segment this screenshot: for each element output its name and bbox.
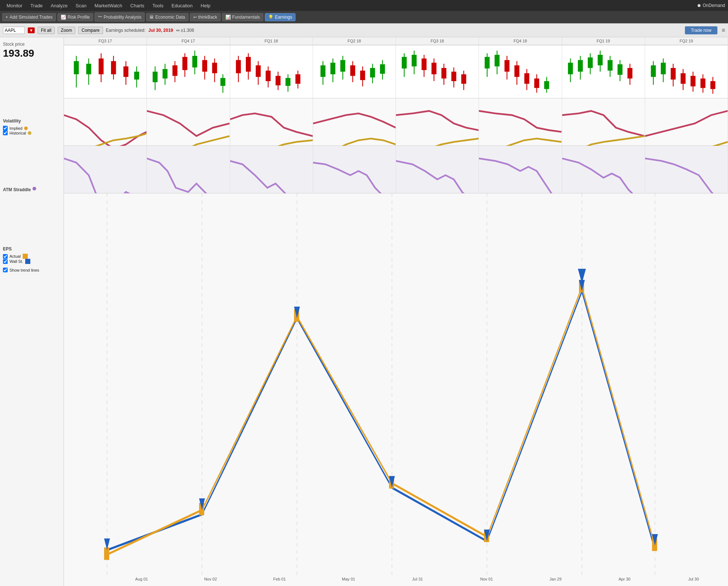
nav-scan[interactable]: Scan <box>72 1 90 10</box>
candle-cell-3 <box>230 45 313 98</box>
col-header-fq3-17: FQ3 17 <box>64 37 147 45</box>
svg-rect-67 <box>451 72 457 81</box>
actual-checkbox[interactable]: Actual <box>3 254 61 259</box>
svg-rect-7 <box>111 61 116 74</box>
svg-rect-19 <box>183 57 188 70</box>
svg-rect-95 <box>617 64 622 75</box>
svg-rect-9 <box>123 67 129 77</box>
wall-check[interactable] <box>3 259 8 264</box>
svg-rect-47 <box>340 60 345 72</box>
add-icon: + <box>5 15 8 20</box>
svg-rect-23 <box>202 60 207 72</box>
zoom-button[interactable]: Zoom <box>58 27 76 34</box>
trend-text: Show trend lines <box>9 268 39 272</box>
candle-cell-6 <box>479 45 562 98</box>
svg-rect-73 <box>495 55 500 67</box>
implied-checkbox[interactable]: Implied <box>3 126 61 131</box>
ondemand-button[interactable]: ⏺ OnDemand <box>697 3 725 8</box>
fundamentals-label: Fundamentals <box>232 15 260 20</box>
eps-label: EPS <box>3 246 61 252</box>
candle-cell-7 <box>562 45 645 98</box>
symbol-dropdown[interactable]: ▼ <box>28 27 35 33</box>
earnings-date-value: Jul 30, 2019 <box>148 28 173 33</box>
col-header-fq4-18: FQ4 18 <box>479 37 562 45</box>
svg-rect-61 <box>422 58 427 70</box>
symbol-bar: ▼ Fit all Zoom Compare Earnings schedule… <box>0 23 728 37</box>
add-simulated-trades-button[interactable]: + Add Simulated Trades <box>2 13 56 21</box>
x-axis-labels: Aug 01 Nov 02 Feb 01 May 01 Jul 31 Nov 0… <box>64 577 728 586</box>
x-label-jul30: Jul 30 <box>659 577 728 586</box>
svg-rect-87 <box>578 60 583 72</box>
col-header-fq4-17: FQ4 17 <box>147 37 230 45</box>
svg-rect-65 <box>441 68 446 79</box>
risk-profile-button[interactable]: 📈 Risk Profile <box>57 13 93 21</box>
step-icon: ⇔ <box>176 28 180 33</box>
x-label-jan29: Jan 29 <box>521 577 590 586</box>
column-headers: FQ3 17 FQ4 17 FQ1 18 FQ2 18 FQ3 18 FQ4 1… <box>64 37 728 45</box>
svg-rect-111 <box>710 81 715 89</box>
x-label-aug01: Aug 01 <box>107 577 176 586</box>
implied-check[interactable] <box>3 126 8 131</box>
top-navigation: Monitor Trade Analyze Scan MarketWatch C… <box>0 0 728 11</box>
historical-text: Historical <box>9 131 26 135</box>
nav-charts[interactable]: Charts <box>127 1 148 10</box>
nav-help[interactable]: Help <box>197 1 214 10</box>
compare-button[interactable]: Compare <box>78 27 103 34</box>
trend-check[interactable] <box>3 268 8 272</box>
fundamentals-button[interactable]: 📊 Fundamentals <box>222 13 263 21</box>
thinkback-icon: ↩ <box>193 15 197 20</box>
trade-now-button[interactable]: Trade now <box>685 26 717 34</box>
svg-rect-85 <box>568 63 573 75</box>
svg-rect-3 <box>86 64 91 74</box>
candle-cell-5 <box>396 45 479 98</box>
candle-cell-4 <box>313 45 396 98</box>
stock-price-label: Stock price <box>3 42 61 47</box>
step-value: ±1.306 <box>181 28 194 33</box>
wall-text: Wall St. <box>9 259 23 264</box>
atm-label: ATM Straddle <box>3 187 31 192</box>
nav-tools[interactable]: Tools <box>149 1 167 10</box>
chart-icon: 📈 <box>61 15 66 20</box>
nav-analyze[interactable]: Analyze <box>47 1 71 10</box>
svg-rect-49 <box>350 65 355 76</box>
svg-rect-37 <box>275 76 281 86</box>
earnings-scheduled-label: Earnings scheduled: <box>106 28 146 33</box>
stock-price-value: 193.89 <box>3 48 61 59</box>
historical-checkbox[interactable]: Historical <box>3 131 61 135</box>
historical-check[interactable] <box>3 131 8 135</box>
svg-rect-11 <box>134 72 139 80</box>
x-label-feb01: Feb 01 <box>245 577 314 586</box>
svg-rect-97 <box>627 68 632 79</box>
x-label-nov02: Nov 02 <box>176 577 245 586</box>
earnings-button[interactable]: 💡 Earnings <box>265 13 296 21</box>
svg-rect-13 <box>153 72 158 82</box>
nav-education[interactable]: Education <box>168 1 196 10</box>
nav-monitor[interactable]: Monitor <box>3 1 26 10</box>
eps-section-left: EPS Actual Wall St. Show trend lines <box>3 242 61 272</box>
chart-area: FQ3 17 FQ4 17 FQ1 18 FQ2 18 FQ3 18 FQ4 1… <box>64 37 728 586</box>
nav-trade[interactable]: Trade <box>27 1 46 10</box>
economic-data-button[interactable]: 🏛 Economic Data <box>146 13 188 21</box>
svg-rect-45 <box>330 63 335 75</box>
candle-cell-2 <box>147 45 230 98</box>
probability-analysis-button[interactable]: 〜 Probability Analysis <box>95 12 145 22</box>
actual-check[interactable] <box>3 254 8 259</box>
fundamentals-icon: 📊 <box>225 15 231 20</box>
actual-square <box>23 254 28 259</box>
nav-marketwatch[interactable]: MarketWatch <box>91 1 126 10</box>
svg-rect-71 <box>485 57 490 69</box>
svg-rect-39 <box>285 78 290 86</box>
menu-icon[interactable]: ≡ <box>722 27 725 34</box>
trend-checkbox[interactable]: Show trend lines <box>3 268 61 272</box>
historical-dot <box>28 131 31 135</box>
svg-rect-107 <box>690 76 695 87</box>
risk-profile-label: Risk Profile <box>68 15 90 20</box>
x-label-apr30: Apr 30 <box>590 577 659 586</box>
symbol-input[interactable] <box>3 27 25 34</box>
candle-cell-1 <box>64 45 147 98</box>
svg-rect-75 <box>504 60 510 72</box>
fit-all-button[interactable]: Fit all <box>38 27 55 34</box>
thinkback-button[interactable]: ↩ thinkBack <box>190 13 221 21</box>
wall-checkbox[interactable]: Wall St. <box>3 259 61 264</box>
svg-rect-33 <box>256 65 261 77</box>
